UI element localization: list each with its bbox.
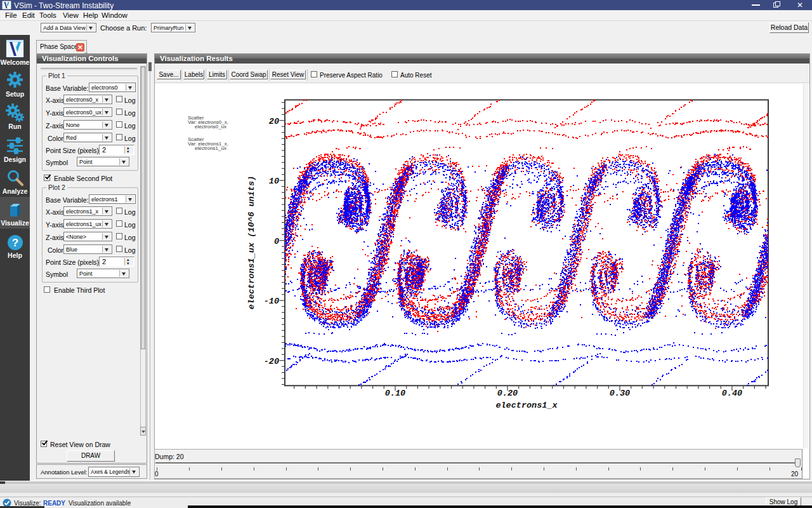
svg-text:?: ? <box>12 237 18 249</box>
